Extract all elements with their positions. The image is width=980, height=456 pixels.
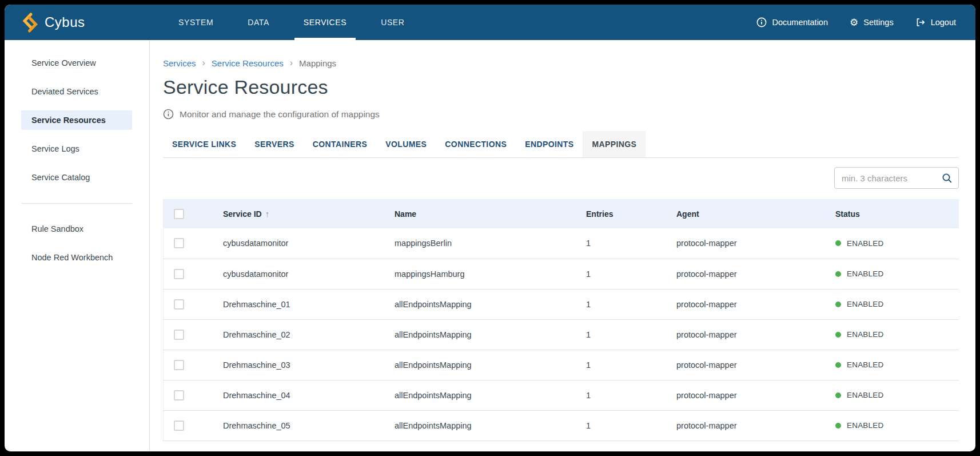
column-header-service-id[interactable]: Service ID↑ <box>223 199 395 228</box>
table-row[interactable]: Drehmaschine_02 allEndpointsMapping 1 pr… <box>164 319 959 350</box>
nav-tab[interactable]: SYSTEM <box>166 5 226 40</box>
app-window: Cybus SYSTEM DATA SERVICES USER <box>5 5 975 451</box>
sidebar-divider <box>21 203 132 204</box>
breadcrumb-link-services[interactable]: Services <box>163 58 196 68</box>
table-row[interactable]: Drehmaschine_03 allEndpointsMapping 1 pr… <box>164 350 959 380</box>
resource-tab[interactable]: VOLUMES <box>376 131 436 157</box>
brand[interactable]: Cybus <box>5 5 166 40</box>
nav-tab-label: SYSTEM <box>178 18 213 27</box>
cell-name: allEndpointsMapping <box>395 410 586 441</box>
resource-tab[interactable]: ENDPOINTS <box>516 131 583 157</box>
sidebar-item[interactable]: Service Catalog <box>21 168 132 187</box>
resource-tab-label: SERVICE LINKS <box>172 140 236 149</box>
status-enabled-dot-icon <box>835 240 841 246</box>
table-row[interactable]: cybusdatamonitor mappingsBerlin 1 protoc… <box>164 228 959 259</box>
cybus-logo-icon <box>22 12 38 33</box>
chevron-right-icon: › <box>290 58 293 68</box>
row-checkbox[interactable] <box>174 299 184 310</box>
sidebar-item-label: Deviated Services <box>31 87 98 96</box>
row-checkbox[interactable] <box>174 238 184 248</box>
status-label: ENABLED <box>847 421 883 430</box>
resource-tabs: SERVICE LINKS SERVERS CONTAINERS VOLUMES <box>163 131 959 158</box>
table-row[interactable]: Drehmaschine_01 allEndpointsMapping 1 pr… <box>164 289 959 319</box>
column-header-entries[interactable]: Entries <box>586 199 676 228</box>
cell-agent: protocol-mapper <box>676 319 835 350</box>
status-label: ENABLED <box>847 330 883 339</box>
breadcrumb-current: Mappings <box>299 58 336 68</box>
cell-entries: 1 <box>586 350 676 380</box>
status-enabled-dot-icon <box>835 362 841 368</box>
cell-entries: 1 <box>586 259 676 289</box>
status-label: ENABLED <box>847 300 883 308</box>
cell-name: mappingsHamburg <box>395 259 586 289</box>
cell-agent: protocol-mapper <box>676 259 835 289</box>
cell-service-id: Drehmaschine_05 <box>223 410 395 441</box>
documentation-button[interactable]: Documentation <box>756 17 828 27</box>
search-icon[interactable] <box>942 173 953 184</box>
sidebar-item[interactable]: Service Overview <box>21 53 132 73</box>
cell-agent: protocol-mapper <box>676 410 835 441</box>
resource-tab-label: ENDPOINTS <box>525 140 573 149</box>
cell-service-id: Drehmaschine_02 <box>223 319 395 350</box>
resource-tab[interactable]: MAPPINGS <box>583 131 646 157</box>
resource-tab[interactable]: CONNECTIONS <box>436 131 516 157</box>
resource-tab[interactable]: SERVICE LINKS <box>163 131 245 157</box>
nav-tab[interactable]: DATA <box>235 5 282 40</box>
table-row[interactable]: Drehmaschine_05 allEndpointsMapping 1 pr… <box>164 410 959 441</box>
table-header-row: Service ID↑ Name Entries Agent Status <box>164 199 959 228</box>
gear-icon: ⚙ <box>850 18 858 27</box>
cell-name: allEndpointsMapping <box>395 350 586 380</box>
chevron-right-icon: › <box>202 58 205 68</box>
select-all-checkbox[interactable] <box>174 209 184 219</box>
sidebar-item-label: Node Red Workbench <box>31 253 113 262</box>
status-badge: ENABLED <box>835 421 959 430</box>
sidebar-item[interactable]: Service Logs <box>21 139 132 158</box>
resource-tab-label: SERVERS <box>254 140 294 149</box>
row-checkbox[interactable] <box>174 269 184 279</box>
row-checkbox[interactable] <box>174 390 184 401</box>
mappings-table: Service ID↑ Name Entries Agent Status <box>163 199 959 441</box>
cell-service-id: Drehmaschine_04 <box>223 380 395 410</box>
nav-actions: Documentation ⚙ Settings Logout <box>756 5 975 40</box>
info-icon <box>756 17 767 27</box>
nav-tab-label: DATA <box>248 18 269 27</box>
column-header-agent[interactable]: Agent <box>676 199 835 228</box>
status-badge: ENABLED <box>835 330 959 339</box>
status-enabled-dot-icon <box>835 271 841 277</box>
row-checkbox[interactable] <box>174 330 184 340</box>
row-checkbox[interactable] <box>174 360 184 370</box>
column-header-status[interactable]: Status <box>835 199 959 228</box>
column-header-name[interactable]: Name <box>395 199 586 228</box>
settings-button[interactable]: ⚙ Settings <box>850 18 894 27</box>
status-badge: ENABLED <box>835 239 959 248</box>
cell-name: mappingsBerlin <box>395 228 586 259</box>
logout-icon <box>915 17 926 27</box>
top-nav: Cybus SYSTEM DATA SERVICES USER <box>5 5 975 40</box>
breadcrumb-link-service-resources[interactable]: Service Resources <box>212 58 284 68</box>
nav-tabs: SYSTEM DATA SERVICES USER <box>166 5 427 40</box>
table-row[interactable]: Drehmaschine_04 allEndpointsMapping 1 pr… <box>164 380 959 410</box>
logout-button[interactable]: Logout <box>915 17 956 27</box>
sidebar-item[interactable]: Node Red Workbench <box>21 248 132 267</box>
sidebar: Service Overview Deviated Services Servi… <box>5 40 150 451</box>
search-row <box>163 167 959 189</box>
nav-tab[interactable]: SERVICES <box>291 5 359 40</box>
sidebar-item-label: Service Logs <box>31 144 79 153</box>
resource-tab[interactable]: SERVERS <box>245 131 303 157</box>
status-label: ENABLED <box>847 360 883 369</box>
cell-entries: 1 <box>586 410 676 441</box>
info-icon <box>163 109 174 120</box>
sidebar-item[interactable]: Deviated Services <box>21 82 132 101</box>
nav-tab[interactable]: USER <box>368 5 417 40</box>
search-input[interactable] <box>842 173 942 183</box>
sidebar-item-label: Service Resources <box>31 116 106 125</box>
sidebar-item[interactable]: Service Resources <box>21 110 132 130</box>
status-enabled-dot-icon <box>835 392 841 398</box>
resource-tab[interactable]: CONTAINERS <box>304 131 377 157</box>
cell-entries: 1 <box>586 289 676 319</box>
table-row[interactable]: cybusdatamonitor mappingsHamburg 1 proto… <box>164 259 959 289</box>
page-subtitle: Monitor and manage the configuration of … <box>163 109 959 120</box>
sidebar-item[interactable]: Rule Sandbox <box>21 219 132 239</box>
sidebar-item-label: Service Catalog <box>31 173 90 182</box>
row-checkbox[interactable] <box>174 421 184 431</box>
